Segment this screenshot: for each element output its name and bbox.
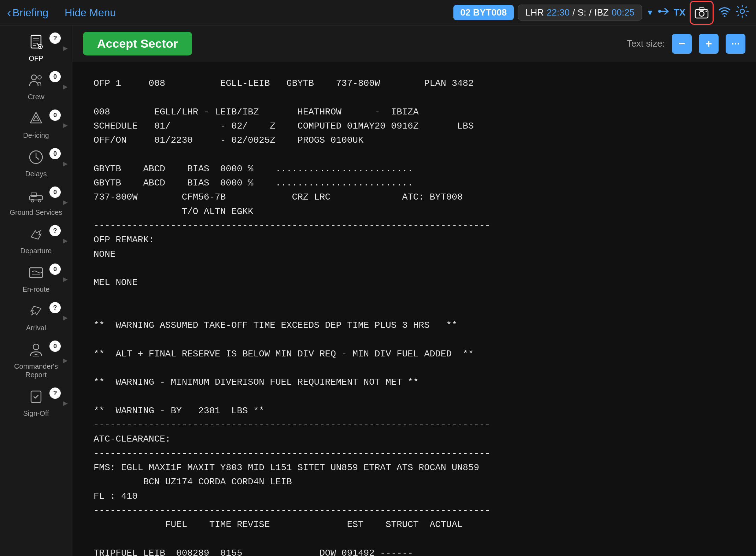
sidebar-commanders-label: Commander's Report	[4, 362, 68, 379]
sidebar-item-crew[interactable]: Crew 0 ►	[0, 67, 72, 106]
increase-text-size-button[interactable]: +	[699, 34, 719, 54]
ofp-text: OFP 1 008 EGLL-LEIB GBYTB 737-800W PLAN …	[94, 76, 735, 556]
flight-number-badge[interactable]: 02 BYT008	[453, 5, 514, 20]
wifi-icon	[718, 6, 731, 20]
commanders-chevron-icon: ►	[61, 356, 69, 365]
svg-point-16	[38, 76, 41, 79]
departure-airport: LHR	[525, 7, 544, 18]
accept-sector-button[interactable]: Accept Sector	[83, 32, 192, 55]
sidebar-arrival-label: Arrival	[26, 324, 46, 332]
more-options-button[interactable]: ···	[726, 34, 745, 54]
tx-button[interactable]: TX	[658, 6, 685, 19]
sidebar-item-sign-off[interactable]: Sign-Off ? ►	[0, 384, 72, 422]
svg-line-21	[36, 157, 39, 159]
ground-services-icon	[28, 188, 44, 207]
sidebar-item-commanders-report[interactable]: Commander's Report 0 ►	[0, 337, 72, 384]
enroute-badge: 0	[49, 264, 61, 275]
departure-time: 22:30	[547, 7, 570, 18]
signoff-icon	[28, 389, 44, 408]
crew-chevron-icon: ►	[61, 82, 69, 91]
departure-chevron-icon: ►	[61, 236, 69, 246]
sidebar-item-ofp[interactable]: OFP ? ►	[0, 29, 72, 67]
route-dropdown-icon[interactable]: ▼	[646, 8, 654, 17]
signoff-chevron-icon: ►	[61, 399, 69, 408]
decrease-text-size-button[interactable]: −	[672, 34, 692, 54]
main-layout: OFP ? ► Crew 0 ►	[0, 25, 756, 556]
route-separator: / S:	[572, 7, 586, 18]
sidebar-item-ground-services[interactable]: Ground Services 0 ►	[0, 183, 72, 221]
svg-point-6	[740, 9, 744, 13]
arrival-chevron-icon: ►	[61, 313, 69, 323]
sidebar-departure-label: Departure	[20, 247, 52, 255]
camera-icon	[695, 6, 709, 19]
departure-badge: ?	[49, 225, 61, 236]
top-bar: ‹ Briefing Hide Menu 02 BYT008 LHR 22:30…	[0, 0, 756, 25]
sidebar-ofp-label: OFP	[29, 54, 43, 63]
enroute-chevron-icon: ►	[61, 275, 69, 284]
arrival-time: 00:25	[612, 7, 635, 18]
camera-button[interactable]	[690, 1, 714, 25]
back-button[interactable]: ‹ Briefing	[7, 6, 48, 19]
sidebar-item-en-route[interactable]: En-route 0 ►	[0, 260, 72, 298]
flight-route[interactable]: LHR 22:30 / S: / IBZ 00:25	[518, 5, 642, 20]
svg-point-15	[31, 75, 36, 80]
sidebar-crew-label: Crew	[28, 93, 44, 101]
commanders-icon	[28, 342, 44, 361]
svg-point-2	[699, 11, 704, 16]
delays-icon	[28, 149, 44, 168]
ofp-chevron-icon: ►	[61, 44, 69, 53]
sidebar-item-departure[interactable]: Departure ? ►	[0, 221, 72, 260]
de-icing-icon	[28, 111, 44, 130]
settings-icon[interactable]	[736, 5, 749, 21]
svg-point-4	[706, 11, 707, 12]
sidebar-item-delays[interactable]: Delays 0 ►	[0, 144, 72, 183]
arrival-icon	[28, 303, 44, 322]
arrival-airport: IBZ	[594, 7, 608, 18]
commanders-badge: 0	[49, 341, 61, 352]
content-area: Accept Sector Text size: − + ··· OFP 1 0…	[72, 25, 756, 556]
crew-icon	[28, 72, 44, 91]
sidebar: OFP ? ► Crew 0 ►	[0, 25, 72, 556]
svg-marker-17	[30, 112, 42, 123]
arrival-badge: ?	[49, 302, 61, 313]
sidebar-deicing-label: De-icing	[23, 131, 49, 140]
delays-badge: 0	[49, 148, 61, 159]
sidebar-ground-label: Ground Services	[10, 208, 62, 217]
tx-label: TX	[674, 7, 685, 18]
sidebar-enroute-label: En-route	[23, 285, 50, 294]
flight-info: 02 BYT008 LHR 22:30 / S: / IBZ 00:25 ▼ T…	[453, 1, 749, 25]
hide-menu-button[interactable]: Hide Menu	[65, 7, 116, 19]
svg-point-5	[724, 15, 726, 17]
sidebar-item-arrival[interactable]: Arrival ? ►	[0, 298, 72, 337]
route-separator2: /	[589, 7, 591, 18]
svg-point-0	[658, 10, 661, 13]
ofp-badge: ?	[49, 32, 61, 44]
enroute-icon	[28, 265, 44, 284]
svg-rect-31	[31, 391, 41, 402]
deicing-badge: 0	[49, 110, 61, 121]
back-label: Briefing	[12, 7, 48, 19]
ground-chevron-icon: ►	[61, 198, 69, 207]
ground-badge: 0	[49, 187, 61, 198]
sidebar-delays-label: Delays	[25, 170, 47, 178]
text-size-label: Text size:	[627, 38, 665, 49]
sidebar-signoff-label: Sign-Off	[23, 409, 49, 418]
departure-icon	[28, 226, 44, 245]
svg-point-28	[33, 344, 39, 350]
toolbar: Accept Sector Text size: − + ···	[72, 25, 756, 62]
delays-chevron-icon: ►	[61, 159, 69, 168]
sidebar-item-de-icing[interactable]: De-icing 0 ►	[0, 106, 72, 144]
ofp-icon	[28, 34, 44, 53]
crew-badge: 0	[49, 71, 61, 82]
signoff-badge: ?	[49, 388, 61, 399]
deicing-chevron-icon: ►	[61, 121, 69, 130]
ofp-content[interactable]: OFP 1 008 EGLL-LEIB GBYTB 737-800W PLAN …	[72, 62, 756, 556]
tx-arrow-icon	[658, 6, 671, 19]
back-chevron-icon: ‹	[7, 6, 11, 19]
